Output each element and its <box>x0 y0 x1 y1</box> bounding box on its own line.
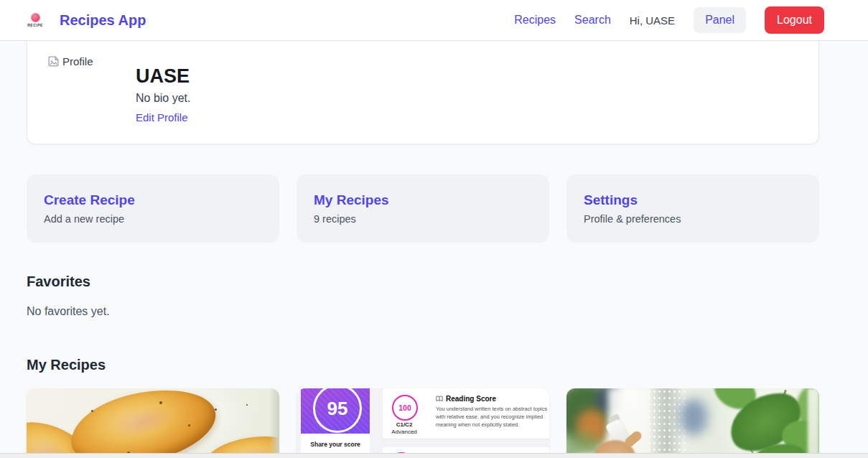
book-icon <box>436 396 443 402</box>
overall-score-value: 95 <box>327 398 348 420</box>
profile-card: Profile UASE No bio yet. Edit Profile <box>27 29 819 144</box>
recipe-card-plant[interactable] <box>566 388 819 458</box>
crumb <box>215 408 217 411</box>
reading-score-title: Reading Score <box>446 395 496 403</box>
recipe-card-plantains[interactable] <box>27 388 279 458</box>
navbar: RECIPE Recipes App Recipes Search Hi, UA… <box>0 0 868 41</box>
profile-name: UASE <box>136 65 190 87</box>
user-greeting: Hi, UASE <box>630 14 675 27</box>
plantains-photo <box>27 388 279 458</box>
edit-profile-link[interactable]: Edit Profile <box>136 111 188 123</box>
score-report-image: 95 Share your score f in 100 <box>297 388 549 458</box>
horizontal-scrollbar[interactable] <box>0 453 868 458</box>
favorites-heading: Favorites <box>27 274 90 290</box>
create-recipe-title: Create Recipe <box>44 192 262 208</box>
broken-image-icon <box>47 55 60 67</box>
reading-score-title-row: Reading Score <box>436 395 496 403</box>
crumb <box>159 401 162 404</box>
share-label: Share your score <box>301 434 370 448</box>
my-recipes-grid: 95 Share your score f in 100 <box>27 388 819 458</box>
nav-link-recipes[interactable]: Recipes <box>514 14 556 27</box>
my-recipes-count: 9 recipes <box>314 213 532 225</box>
reading-score-description: You understand written texts on abstract… <box>436 406 549 429</box>
recipe-logo-text: RECIPE <box>27 23 43 27</box>
profile-bio: No bio yet. <box>136 92 190 105</box>
nav-right: Recipes Search Hi, UASE Panel Logout <box>514 0 824 40</box>
plate-edge <box>269 388 279 458</box>
reading-score-ring: 100 <box>392 395 418 421</box>
nav-link-search[interactable]: Search <box>574 14 611 27</box>
plant-spray-photo <box>566 388 819 458</box>
my-recipes-heading: My Recipes <box>27 357 106 373</box>
quick-actions-row: Create Recipe Add a new recipe My Recipe… <box>27 174 819 243</box>
broken-avatar-image: Profile <box>47 55 93 67</box>
recipe-logo: RECIPE <box>26 13 45 27</box>
profile-info: UASE No bio yet. Edit Profile <box>136 65 190 124</box>
settings-subtitle: Profile & preferences <box>584 213 802 225</box>
crumb <box>246 404 248 406</box>
app-title: Recipes App <box>60 12 146 29</box>
create-recipe-card[interactable]: Create Recipe Add a new recipe <box>27 174 279 243</box>
reading-score-panel: 100 C1/C2 Advanced Reading Score You und… <box>383 388 549 439</box>
crumb <box>91 410 93 412</box>
right-foliage <box>808 388 819 458</box>
settings-card[interactable]: Settings Profile & preferences <box>566 174 819 243</box>
my-recipes-card[interactable]: My Recipes 9 recipes <box>297 174 549 243</box>
recipes-app-page: Profile UASE No bio yet. Edit Profile Cr… <box>0 0 868 458</box>
avatar-alt-text: Profile <box>62 55 93 67</box>
crumb <box>188 424 190 426</box>
brand[interactable]: RECIPE Recipes App <box>26 0 146 40</box>
favorites-empty-text: No favorites yet. <box>27 305 110 318</box>
reading-score-value: 100 <box>398 403 411 412</box>
logout-button[interactable]: Logout <box>765 6 824 34</box>
reading-level: C1/C2 <box>383 421 426 428</box>
recipe-card-score-screenshot[interactable]: 95 Share your score f in 100 <box>297 388 549 458</box>
my-recipes-title: My Recipes <box>314 192 532 208</box>
panel-button[interactable]: Panel <box>694 7 746 33</box>
create-recipe-subtitle: Add a new recipe <box>44 213 262 225</box>
recipe-logo-icon <box>31 13 40 22</box>
settings-title: Settings <box>584 192 802 208</box>
reading-level-name: Advanced <box>383 429 426 435</box>
